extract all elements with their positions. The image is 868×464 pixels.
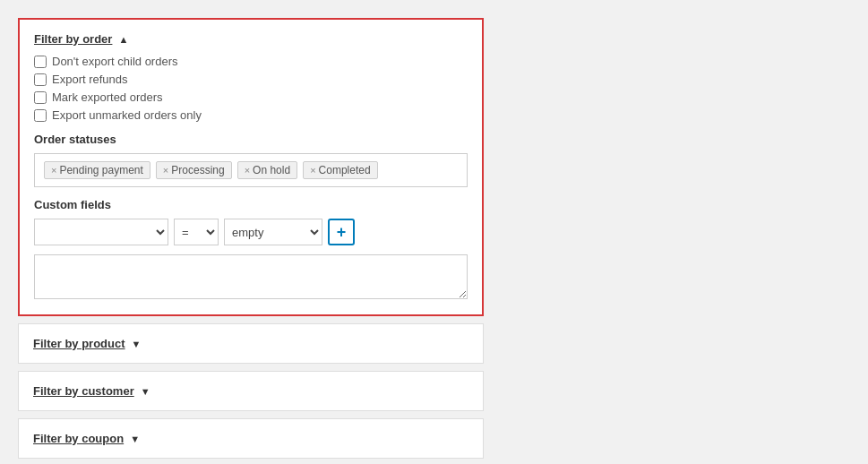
- filter-by-customer-arrow: ▼: [141, 386, 150, 397]
- main-container: Filter by order ▲ Don't export child ord…: [18, 18, 484, 464]
- filter-by-coupon-arrow: ▼: [130, 434, 140, 444]
- filter-by-customer-section[interactable]: Filter by customer ▼: [18, 371, 484, 411]
- checkbox-export-unmarked-input[interactable]: [34, 109, 47, 122]
- filter-by-coupon-title: Filter by coupon ▼: [33, 432, 468, 445]
- filter-by-order-arrow: ▲: [118, 34, 128, 45]
- filter-by-order-link[interactable]: Filter by order: [34, 32, 112, 46]
- add-custom-field-button[interactable]: +: [328, 219, 355, 245]
- checkbox-dont-export-child[interactable]: Don't export child orders: [34, 55, 468, 68]
- checkbox-dont-export-child-input[interactable]: [34, 56, 47, 68]
- checkbox-export-refunds-input[interactable]: [34, 73, 47, 86]
- status-tag-completed[interactable]: × Completed: [303, 161, 377, 179]
- checkbox-export-unmarked-label: Export unmarked orders only: [52, 108, 202, 122]
- checkbox-export-refunds-label: Export refunds: [52, 73, 128, 86]
- filter-by-order-title: Filter by order ▲: [34, 32, 468, 46]
- custom-field-key-select[interactable]: [34, 219, 168, 245]
- filter-by-product-section[interactable]: Filter by product ▼: [18, 323, 484, 364]
- remove-processing-icon[interactable]: ×: [163, 165, 168, 176]
- status-tag-onhold[interactable]: × On hold: [237, 161, 297, 179]
- statuses-box: × Pending payment × Processing × On hold…: [34, 153, 468, 187]
- checkbox-dont-export-child-label: Don't export child orders: [52, 55, 178, 68]
- filter-by-order-section: Filter by order ▲ Don't export child ord…: [18, 18, 484, 316]
- custom-fields-title: Custom fields: [34, 198, 468, 211]
- remove-onhold-icon[interactable]: ×: [245, 165, 250, 176]
- checkbox-mark-exported[interactable]: Mark exported orders: [34, 90, 468, 104]
- status-tag-processing[interactable]: × Processing: [156, 161, 232, 179]
- filter-by-customer-link[interactable]: Filter by customer: [33, 384, 134, 398]
- custom-field-operator-select[interactable]: =: [174, 219, 219, 245]
- filter-by-product-arrow: ▼: [132, 339, 142, 349]
- status-tag-completed-label: Completed: [319, 164, 371, 176]
- status-tag-pending-label: Pending payment: [59, 164, 142, 176]
- custom-fields-textarea[interactable]: [34, 254, 468, 299]
- remove-completed-icon[interactable]: ×: [310, 165, 315, 176]
- custom-field-value-select[interactable]: empty: [224, 219, 322, 245]
- filter-by-coupon-section[interactable]: Filter by coupon ▼: [18, 418, 484, 459]
- checkbox-export-unmarked[interactable]: Export unmarked orders only: [34, 108, 468, 122]
- filter-by-product-link[interactable]: Filter by product: [33, 337, 125, 350]
- filter-by-customer-title: Filter by customer ▼: [33, 384, 468, 398]
- checkbox-list: Don't export child orders Export refunds…: [34, 55, 468, 122]
- filter-by-coupon-link[interactable]: Filter by coupon: [33, 432, 124, 445]
- filter-by-product-title: Filter by product ▼: [33, 337, 468, 350]
- checkbox-mark-exported-input[interactable]: [34, 91, 47, 104]
- checkbox-export-refunds[interactable]: Export refunds: [34, 73, 468, 86]
- status-tag-pending[interactable]: × Pending payment: [44, 161, 150, 179]
- order-statuses-title: Order statuses: [34, 133, 468, 146]
- remove-pending-icon[interactable]: ×: [51, 165, 56, 176]
- status-tag-processing-label: Processing: [171, 164, 224, 176]
- custom-fields-row: = empty +: [34, 219, 468, 245]
- status-tag-onhold-label: On hold: [253, 164, 290, 176]
- checkbox-mark-exported-label: Mark exported orders: [52, 90, 163, 104]
